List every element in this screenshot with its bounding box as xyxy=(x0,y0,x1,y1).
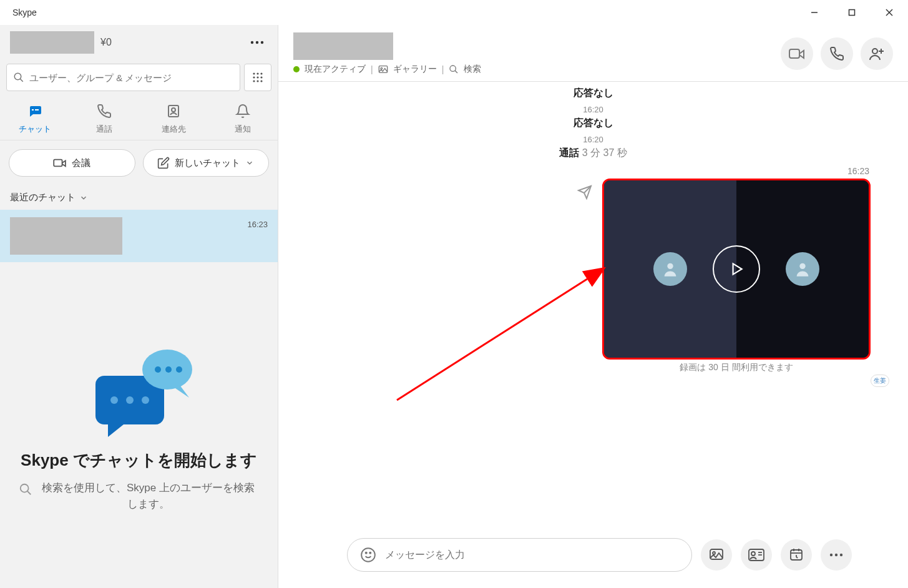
svg-point-15 xyxy=(253,80,255,82)
svg-point-61 xyxy=(830,554,832,556)
tab-label: 通知 xyxy=(235,124,251,135)
chat-icon xyxy=(27,104,43,119)
messages-area[interactable]: 応答なし 16:20 応答なし 16:20 通話 3 分 37 秒 16:23 xyxy=(278,82,908,527)
tab-label: 通話 xyxy=(96,124,112,135)
svg-point-21 xyxy=(172,108,175,112)
call-recording-card[interactable] xyxy=(602,179,871,360)
chat-contact-name-redacted[interactable] xyxy=(293,32,393,60)
header-label: 最近のチャット xyxy=(10,192,76,203)
button-label: 新しいチャット xyxy=(175,157,240,169)
svg-point-33 xyxy=(21,484,29,492)
svg-rect-22 xyxy=(54,160,62,167)
chat-list-item[interactable]: 16:23 xyxy=(0,210,278,262)
svg-point-62 xyxy=(835,554,837,556)
svg-point-9 xyxy=(253,72,255,74)
svg-marker-45 xyxy=(733,263,742,274)
svg-point-36 xyxy=(381,67,383,69)
video-icon xyxy=(53,158,67,168)
close-button[interactable] xyxy=(871,0,908,25)
svg-point-13 xyxy=(256,76,258,78)
composer xyxy=(278,527,908,588)
window-controls xyxy=(796,0,908,25)
maximize-button[interactable] xyxy=(833,0,871,25)
phone-icon xyxy=(97,104,112,119)
svg-rect-35 xyxy=(379,66,387,73)
svg-point-63 xyxy=(840,554,842,556)
svg-point-31 xyxy=(165,366,172,373)
chevron-down-icon xyxy=(245,159,254,167)
more-menu-button[interactable] xyxy=(247,32,268,53)
minimize-button[interactable] xyxy=(796,0,833,25)
meeting-button[interactable]: 会議 xyxy=(9,149,135,177)
search-link[interactable]: 検索 xyxy=(464,64,481,75)
message-input[interactable] xyxy=(385,549,679,561)
search-icon xyxy=(19,483,32,496)
recording-caption: 録画は 30 日 間利用できます xyxy=(602,362,871,373)
play-button[interactable] xyxy=(713,245,760,293)
recording-message: 16:23 xyxy=(316,166,871,373)
person-icon xyxy=(661,260,679,278)
message-input-wrap[interactable] xyxy=(347,538,692,572)
svg-point-7 xyxy=(14,73,21,80)
credit-balance[interactable]: ¥0 xyxy=(100,37,112,48)
more-button[interactable] xyxy=(821,539,852,571)
sidebar: ¥0 チャット 通話 xyxy=(0,25,278,588)
profile-name-redacted[interactable] xyxy=(10,31,94,54)
search-box[interactable] xyxy=(6,64,240,91)
profile-row: ¥0 xyxy=(0,25,278,60)
media-button[interactable] xyxy=(701,539,732,571)
video-icon xyxy=(789,48,805,59)
recent-chats-header[interactable]: 最近のチャット xyxy=(0,185,278,210)
schedule-call-button[interactable] xyxy=(781,539,812,571)
svg-point-14 xyxy=(260,76,262,78)
chat-item-time: 16:23 xyxy=(247,220,268,229)
gallery-icon xyxy=(378,65,388,74)
tab-notifications[interactable]: 通知 xyxy=(212,102,274,135)
new-chat-button[interactable]: 新しいチャット xyxy=(143,149,270,177)
svg-point-17 xyxy=(260,80,262,82)
system-message: 16:20 応答なし xyxy=(316,105,871,130)
svg-point-12 xyxy=(253,76,255,78)
svg-point-44 xyxy=(799,263,805,269)
participant-avatar xyxy=(786,252,819,286)
tab-label: 連絡先 xyxy=(162,124,186,135)
emoji-icon[interactable] xyxy=(360,547,376,563)
tab-chat[interactable]: チャット xyxy=(4,102,66,135)
svg-point-26 xyxy=(126,396,134,404)
dialpad-icon xyxy=(252,72,263,83)
reaction-badge[interactable]: 生姜 xyxy=(871,375,889,387)
svg-point-27 xyxy=(142,396,149,404)
chat-status-line: 現在アクティブ | ギャラリー | 検索 xyxy=(293,64,481,75)
svg-point-32 xyxy=(176,366,182,373)
svg-point-50 xyxy=(369,552,371,554)
chat-header: 現在アクティブ | ギャラリー | 検索 xyxy=(278,25,908,82)
system-message: 16:20 通話 3 分 37 秒 xyxy=(316,135,871,160)
image-icon xyxy=(709,548,724,562)
svg-point-30 xyxy=(155,366,161,373)
tab-label: チャット xyxy=(19,124,51,135)
promo-subtitle: 検索を使用して、Skype 上のユーザーを検索します。 xyxy=(19,480,259,512)
video-call-button[interactable] xyxy=(781,37,813,70)
tab-contacts[interactable]: 連絡先 xyxy=(142,102,205,135)
contact-card-icon xyxy=(748,549,764,561)
svg-line-38 xyxy=(455,71,457,73)
search-icon xyxy=(449,64,459,74)
chat-illustration xyxy=(83,338,195,438)
search-input[interactable] xyxy=(29,72,233,83)
phone-icon xyxy=(829,46,844,61)
sidebar-tabs: チャット 通話 連絡先 通知 xyxy=(0,95,278,140)
dialpad-button[interactable] xyxy=(244,64,271,91)
audio-call-button[interactable] xyxy=(821,37,853,70)
forward-icon[interactable] xyxy=(577,185,592,200)
svg-point-54 xyxy=(751,552,755,556)
compose-icon xyxy=(157,157,170,169)
gallery-link[interactable]: ギャラリー xyxy=(393,64,437,75)
contact-card-button[interactable] xyxy=(741,539,772,571)
svg-rect-51 xyxy=(710,549,723,559)
svg-rect-1 xyxy=(849,10,855,16)
add-participant-button[interactable] xyxy=(861,37,893,70)
svg-point-16 xyxy=(256,80,258,82)
tab-calls[interactable]: 通話 xyxy=(73,102,135,135)
svg-point-6 xyxy=(261,41,263,44)
search-icon xyxy=(13,72,24,83)
